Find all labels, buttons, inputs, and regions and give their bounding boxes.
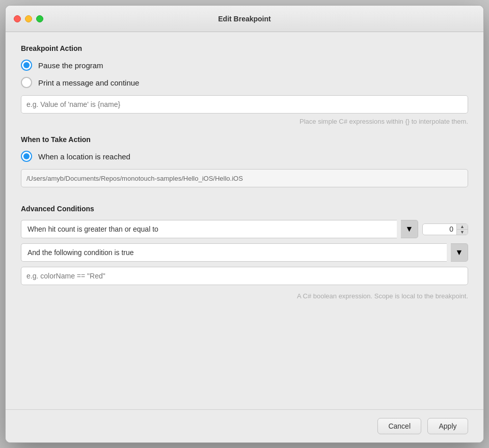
location-radio-button[interactable] <box>21 151 32 162</box>
spinner-down-button[interactable]: ▼ <box>457 230 468 235</box>
hit-count-dropdown-button[interactable]: ▼ <box>401 220 418 238</box>
pause-radio-item[interactable]: Pause the program <box>21 60 468 71</box>
condition-dropdown-button[interactable]: ▼ <box>451 243 468 262</box>
location-radio-label: When a location is reached <box>38 152 130 161</box>
cancel-button[interactable]: Cancel <box>377 418 421 434</box>
spinner-up-button[interactable]: ▲ <box>457 224 468 230</box>
when-radio-group: When a location is reached <box>21 151 468 162</box>
print-radio-button[interactable] <box>21 77 32 88</box>
dialog-footer: Cancel Apply <box>6 409 483 442</box>
print-radio-item[interactable]: Print a message and continue <box>21 77 468 88</box>
maximize-button[interactable] <box>36 15 43 22</box>
when-to-take-action-section: When to Take Action When a location is r… <box>21 135 468 198</box>
title-bar: Edit Breakpoint <box>6 6 483 32</box>
message-hint: Place simple C# expressions within {} to… <box>21 118 468 125</box>
print-radio-label: Print a message and continue <box>38 78 139 87</box>
pause-radio-button[interactable] <box>21 60 32 71</box>
edit-breakpoint-window: Edit Breakpoint Breakpoint Action Pause … <box>5 5 484 443</box>
breakpoint-action-section: Breakpoint Action Pause the program Prin… <box>21 44 468 135</box>
chevron-down-icon: ▼ <box>455 248 464 257</box>
hit-count-spinner: 0 ▲ ▼ <box>422 223 468 235</box>
pause-radio-label: Pause the program <box>38 61 103 70</box>
when-to-take-action-label: When to Take Action <box>21 135 468 144</box>
condition-hint: A C# boolean expression. Scope is local … <box>21 292 468 300</box>
location-radio-item[interactable]: When a location is reached <box>21 151 468 162</box>
condition-input[interactable] <box>21 267 468 285</box>
close-button[interactable] <box>14 15 21 22</box>
action-radio-group: Pause the program Print a message and co… <box>21 60 468 88</box>
content-area: Breakpoint Action Pause the program Prin… <box>6 32 483 409</box>
breakpoint-action-label: Breakpoint Action <box>21 44 468 52</box>
condition-dropdown-row: And the following condition is true ▼ <box>21 243 468 262</box>
location-input <box>21 169 468 187</box>
condition-dropdown-text: And the following condition is true <box>21 243 447 262</box>
spinner-buttons: ▲ ▼ <box>456 224 468 235</box>
hit-count-row: When hit count is greater than or equal … <box>21 220 468 238</box>
advanced-conditions-section: Advanced Conditions When hit count is gr… <box>21 205 468 310</box>
window-title: Edit Breakpoint <box>218 15 270 23</box>
traffic-lights <box>14 15 43 22</box>
minimize-button[interactable] <box>25 15 32 22</box>
hit-count-dropdown-text: When hit count is greater than or equal … <box>21 220 397 238</box>
message-input[interactable] <box>21 95 468 114</box>
advanced-conditions-label: Advanced Conditions <box>21 205 468 213</box>
chevron-down-icon: ▼ <box>405 225 414 234</box>
apply-button[interactable]: Apply <box>427 418 468 434</box>
hit-count-value[interactable]: 0 <box>423 224 456 235</box>
